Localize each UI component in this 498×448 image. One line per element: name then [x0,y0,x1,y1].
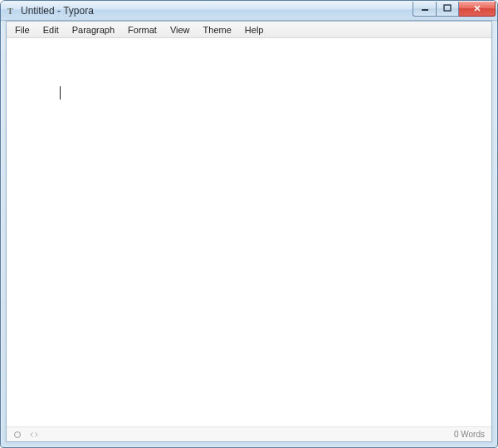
menu-file[interactable]: File [8,23,37,37]
editor-area[interactable] [7,38,491,426]
maximize-button[interactable] [436,2,459,17]
svg-text:T: T [7,7,13,16]
svg-point-5 [15,431,21,437]
svg-rect-2 [444,5,451,11]
titlebar[interactable]: T Untitled - Typora [1,1,497,21]
menu-view[interactable]: View [164,23,197,37]
svg-rect-1 [422,9,428,11]
text-cursor [60,86,61,100]
app-icon: T [6,5,17,17]
status-left [13,431,38,439]
menu-help[interactable]: Help [238,23,271,37]
statusbar: 0 Words [7,426,491,441]
source-code-toggle-icon[interactable] [30,431,38,439]
menu-theme[interactable]: Theme [197,23,238,37]
menu-paragraph[interactable]: Paragraph [66,23,121,37]
maximize-icon [443,4,452,12]
menu-format[interactable]: Format [121,23,164,37]
menubar: File Edit Paragraph Format View Theme He… [7,22,491,38]
sidebar-toggle-icon[interactable] [13,431,22,439]
minimize-button[interactable] [413,2,436,17]
window-client-area: File Edit Paragraph Format View Theme He… [6,21,492,442]
window-title: Untitled - Typora [21,5,94,17]
app-window: T Untitled - Typora File Edit Paragraph [0,0,498,448]
word-count[interactable]: 0 Words [454,430,485,439]
menu-edit[interactable]: Edit [37,23,66,37]
close-button[interactable] [459,2,496,17]
minimize-icon [421,4,429,12]
window-controls [413,2,496,17]
close-icon [472,4,482,12]
